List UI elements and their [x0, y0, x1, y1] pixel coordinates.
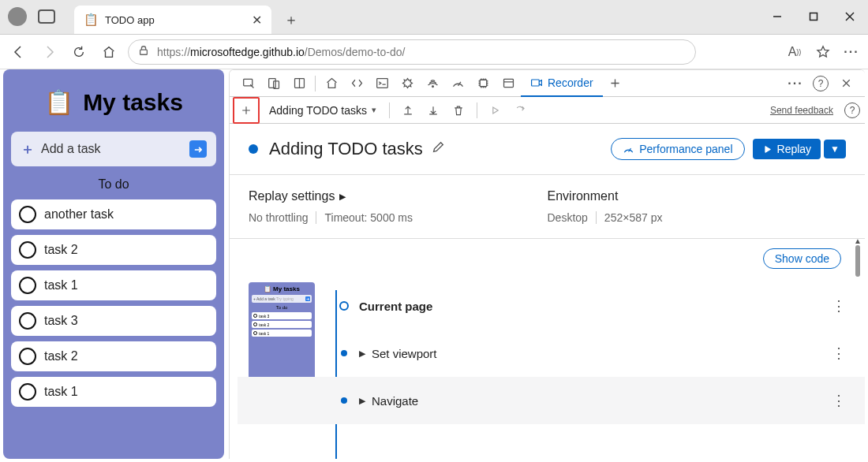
svg-rect-13	[503, 79, 513, 87]
task-item[interactable]: task 1	[11, 377, 216, 407]
caret-right-icon: ▶	[359, 396, 365, 406]
home-button[interactable]	[98, 41, 120, 63]
task-checkbox[interactable]	[19, 383, 36, 401]
elements-tab-icon[interactable]	[344, 71, 369, 96]
favorite-icon[interactable]	[814, 43, 832, 61]
add-task-input[interactable]: ＋ Add a task ➜	[11, 132, 216, 166]
task-item[interactable]: another task	[11, 199, 216, 229]
export-icon[interactable]	[398, 100, 418, 121]
send-feedback-link[interactable]: Send feedback	[770, 105, 833, 116]
window-maximize-button[interactable]	[795, 0, 832, 34]
application-tab-icon[interactable]	[496, 71, 521, 96]
more-tabs-button[interactable]	[603, 71, 628, 96]
svg-rect-10	[376, 79, 387, 88]
step-set-viewport[interactable]: ▶ Set viewport ⋮	[335, 330, 846, 377]
task-checkbox[interactable]	[19, 206, 36, 223]
replay-options-button[interactable]: ▼	[824, 140, 846, 158]
memory-tab-icon[interactable]	[470, 71, 496, 96]
settings-more-icon[interactable]: ···	[843, 43, 860, 61]
plus-icon: ＋	[21, 140, 35, 158]
read-aloud-icon[interactable]: A))	[786, 43, 803, 61]
task-checkbox[interactable]	[19, 241, 36, 259]
step-navigate[interactable]: ▶ Navigate ⋮	[238, 377, 865, 424]
step-over-icon[interactable]	[485, 100, 506, 121]
performance-tab-icon[interactable]	[445, 71, 470, 96]
devtools-help-icon[interactable]: ?	[808, 71, 833, 96]
profile-icon[interactable]	[8, 7, 27, 26]
browser-titlebar: 📋 TODO app ✕ ＋	[0, 0, 868, 35]
recording-thumbnail: 📋My tasks + Add a task Try typing➜ To do…	[249, 282, 315, 385]
new-tab-button[interactable]: ＋	[279, 6, 303, 34]
welcome-tab-icon[interactable]	[319, 71, 344, 96]
task-checkbox[interactable]	[19, 277, 36, 294]
forward-button	[38, 41, 60, 63]
performance-panel-button[interactable]: Performance panel	[611, 138, 744, 160]
step-more-icon[interactable]: ⋮	[832, 392, 846, 409]
task-item[interactable]: task 2	[11, 341, 216, 371]
step-more-icon[interactable]: ⋮	[832, 345, 846, 362]
toolbar-help-icon[interactable]: ?	[844, 102, 860, 118]
window-minimize-button[interactable]	[759, 0, 795, 34]
devtools-more-icon[interactable]: ···	[783, 71, 808, 96]
scroll-up-icon[interactable]: ▲	[854, 239, 862, 245]
window-close-button[interactable]	[832, 0, 868, 34]
task-label: task 1	[44, 385, 78, 399]
scrollbar-thumb[interactable]	[855, 245, 860, 277]
device-mode-icon[interactable]	[261, 71, 286, 96]
browser-tab[interactable]: 📋 TODO app ✕	[74, 6, 271, 34]
url-box[interactable]: https://microsoftedge.github.io/Demos/de…	[128, 39, 696, 65]
sources-tab-icon[interactable]	[395, 71, 420, 96]
tab-close-icon[interactable]: ✕	[252, 13, 262, 28]
steps-timeline: Current page ⋮ ▶ Set viewport ⋮ ▶ Naviga…	[327, 282, 846, 459]
site-info-icon[interactable]	[138, 45, 149, 58]
recording-status-icon	[249, 144, 258, 154]
back-button[interactable]	[8, 41, 30, 63]
import-icon[interactable]	[423, 100, 443, 121]
devtools-tabs: Recorder ··· ?	[230, 70, 865, 97]
delete-icon[interactable]	[448, 100, 469, 121]
replay-button[interactable]: Replay	[753, 139, 821, 159]
task-checkbox[interactable]	[19, 348, 36, 365]
environment-label: Environment	[548, 189, 619, 203]
task-item[interactable]: task 1	[11, 270, 216, 300]
recording-title: Adding TODO tasks	[269, 139, 423, 159]
submit-task-button[interactable]: ➜	[189, 140, 207, 158]
new-recording-button[interactable]	[233, 97, 260, 124]
replay-settings-toggle[interactable]: Replay settings ▶	[249, 189, 548, 203]
edit-title-icon[interactable]	[431, 140, 445, 158]
svg-rect-1	[810, 13, 817, 20]
detach-icon[interactable]	[286, 71, 312, 96]
devtools-panel: Recorder ··· ? Adding TODO tasks ▾	[229, 69, 865, 459]
step-current-page[interactable]: Current page ⋮	[335, 282, 846, 330]
task-label: task 3	[44, 314, 78, 328]
task-label: another task	[44, 207, 114, 222]
step-more-icon[interactable]: ⋮	[832, 297, 846, 315]
network-tab-icon[interactable]	[420, 71, 445, 96]
workspaces-icon[interactable]	[38, 9, 55, 24]
app-title: My tasks	[83, 89, 183, 116]
task-label: task 2	[44, 243, 78, 257]
refresh-button[interactable]	[68, 41, 90, 63]
steps-area: Show code ▲ 📋My tasks + Add a task Try t…	[230, 239, 865, 459]
task-checkbox[interactable]	[19, 312, 36, 330]
url-text: https://microsoftedge.github.io/Demos/de…	[157, 46, 405, 58]
recorder-tab[interactable]: Recorder	[521, 70, 603, 97]
console-tab-icon[interactable]	[369, 71, 395, 96]
devtools-close-icon[interactable]	[833, 71, 859, 96]
clipboard-icon: 📋	[44, 88, 73, 116]
recording-header: Adding TODO tasks Performance panel Repl…	[230, 124, 865, 175]
show-code-button[interactable]: Show code	[763, 248, 841, 269]
throttling-value: No throttling	[249, 211, 308, 224]
step-icon[interactable]	[511, 100, 531, 121]
inspect-icon[interactable]	[236, 71, 261, 96]
environment-size: 252×587 px	[604, 211, 663, 224]
task-label: task 1	[44, 278, 78, 292]
svg-rect-15	[532, 80, 540, 86]
recording-selector[interactable]: Adding TODO tasks ▾	[264, 104, 381, 117]
address-bar: https://microsoftedge.github.io/Demos/de…	[0, 35, 868, 69]
task-item[interactable]: task 2	[11, 235, 216, 265]
tab-favicon-icon: 📋	[84, 13, 99, 27]
task-item[interactable]: task 3	[11, 306, 216, 336]
environment-device: Desktop	[548, 211, 588, 224]
task-label: task 2	[44, 349, 78, 363]
